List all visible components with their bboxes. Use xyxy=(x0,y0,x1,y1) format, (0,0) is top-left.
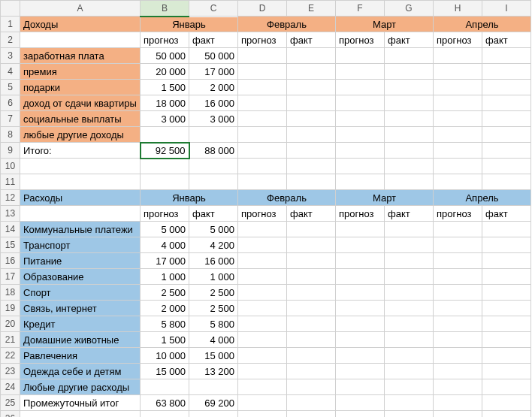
cell[interactable]: 18 000 xyxy=(141,95,189,111)
row-header[interactable]: 9 xyxy=(1,143,20,159)
col-header-F[interactable]: F xyxy=(336,1,385,17)
cell[interactable] xyxy=(238,364,287,379)
cell[interactable] xyxy=(336,395,385,411)
selected-cell[interactable]: 92 500 xyxy=(141,143,189,159)
cell[interactable] xyxy=(189,411,238,418)
cell[interactable] xyxy=(336,111,385,127)
cell[interactable]: 2 500 xyxy=(189,285,238,301)
cell[interactable] xyxy=(141,379,189,395)
cell[interactable] xyxy=(336,316,385,332)
cell[interactable] xyxy=(434,159,482,174)
cell[interactable] xyxy=(238,379,287,395)
cell[interactable] xyxy=(336,80,385,95)
col-header-E[interactable]: E xyxy=(287,1,336,17)
cell[interactable] xyxy=(336,95,385,111)
cell[interactable] xyxy=(238,237,287,253)
col-header-G[interactable]: G xyxy=(385,1,434,17)
expense-item-label[interactable]: Образование xyxy=(20,269,141,285)
cell[interactable] xyxy=(434,301,482,316)
cell[interactable] xyxy=(238,253,287,269)
cell[interactable] xyxy=(385,364,434,379)
subheader-fakt[interactable]: факт xyxy=(482,32,531,48)
cell[interactable] xyxy=(287,159,336,174)
expense-item-label[interactable]: Питание xyxy=(20,253,141,269)
cell[interactable] xyxy=(287,316,336,332)
row-header[interactable]: 17 xyxy=(1,269,20,285)
cell[interactable] xyxy=(482,269,531,285)
cell[interactable] xyxy=(287,95,336,111)
row-header[interactable]: 7 xyxy=(1,111,20,127)
row-header[interactable]: 19 xyxy=(1,301,20,316)
row-header[interactable]: 25 xyxy=(1,395,20,411)
col-header-C[interactable]: C xyxy=(189,1,238,17)
cell[interactable] xyxy=(336,159,385,174)
expense-item-label[interactable]: Спорт xyxy=(20,285,141,301)
row-header[interactable]: 23 xyxy=(1,364,20,379)
cell[interactable]: 5 800 xyxy=(189,316,238,332)
cell[interactable]: 1 500 xyxy=(141,80,189,95)
cell[interactable] xyxy=(287,111,336,127)
month-header[interactable]: Январь xyxy=(141,190,238,206)
cell[interactable] xyxy=(336,332,385,348)
cell[interactable] xyxy=(434,80,482,95)
cell[interactable]: 1 500 xyxy=(141,332,189,348)
income-item-label[interactable]: любые другие доходы xyxy=(20,127,141,143)
cell[interactable] xyxy=(482,364,531,379)
row-header[interactable]: 5 xyxy=(1,80,20,95)
cell[interactable] xyxy=(287,64,336,80)
cell[interactable] xyxy=(336,253,385,269)
col-header-A[interactable]: A xyxy=(20,1,141,17)
cell[interactable]: 15 000 xyxy=(189,348,238,364)
row-header[interactable]: 2 xyxy=(1,32,20,48)
row-header[interactable]: 13 xyxy=(1,206,20,222)
cell[interactable]: 50 000 xyxy=(141,48,189,64)
row-header[interactable]: 16 xyxy=(1,253,20,269)
cell[interactable] xyxy=(238,174,287,190)
cell[interactable] xyxy=(141,159,189,174)
cell[interactable] xyxy=(287,80,336,95)
subheader-prognoz[interactable]: прогноз xyxy=(336,32,385,48)
row-header[interactable]: 3 xyxy=(1,48,20,64)
expense-item-label[interactable]: Домашние животные xyxy=(20,332,141,348)
cell[interactable] xyxy=(287,379,336,395)
subheader-fakt[interactable]: факт xyxy=(189,206,238,222)
cell[interactable] xyxy=(434,364,482,379)
row-header[interactable]: 6 xyxy=(1,95,20,111)
subheader-fakt[interactable]: факт xyxy=(287,206,336,222)
month-header[interactable]: Март xyxy=(336,17,434,32)
cell[interactable] xyxy=(287,332,336,348)
income-item-label[interactable]: социальные выплаты xyxy=(20,111,141,127)
subheader-fakt[interactable]: факт xyxy=(287,32,336,48)
cell[interactable] xyxy=(434,316,482,332)
cell[interactable]: 1 000 xyxy=(141,269,189,285)
month-header[interactable]: Апрель xyxy=(434,17,531,32)
row-header[interactable]: 10 xyxy=(1,159,20,174)
cell[interactable] xyxy=(189,379,238,395)
cell[interactable] xyxy=(336,174,385,190)
cell[interactable] xyxy=(287,253,336,269)
subheader-prognoz[interactable]: прогноз xyxy=(141,32,189,48)
cell[interactable] xyxy=(287,301,336,316)
cell[interactable] xyxy=(287,364,336,379)
cell[interactable] xyxy=(20,159,141,174)
subheader-prognoz[interactable]: прогноз xyxy=(336,206,385,222)
cell[interactable] xyxy=(385,253,434,269)
row-header[interactable]: 15 xyxy=(1,237,20,253)
expense-item-label[interactable]: Коммунальные платежи xyxy=(20,222,141,237)
expense-item-label[interactable]: Равлечения xyxy=(20,348,141,364)
cell[interactable]: 16 000 xyxy=(189,95,238,111)
cell[interactable] xyxy=(385,301,434,316)
cell[interactable] xyxy=(434,174,482,190)
cell[interactable] xyxy=(482,222,531,237)
expense-subtotal-label[interactable]: Промежуточный итог xyxy=(20,395,141,411)
cell[interactable] xyxy=(238,80,287,95)
cell[interactable] xyxy=(434,253,482,269)
row-header[interactable]: 4 xyxy=(1,64,20,80)
income-item-label[interactable]: премия xyxy=(20,64,141,80)
cell[interactable] xyxy=(336,222,385,237)
cell[interactable] xyxy=(385,348,434,364)
cell[interactable] xyxy=(287,174,336,190)
cell[interactable]: 10 000 xyxy=(141,348,189,364)
cell[interactable] xyxy=(238,348,287,364)
cell[interactable] xyxy=(434,379,482,395)
